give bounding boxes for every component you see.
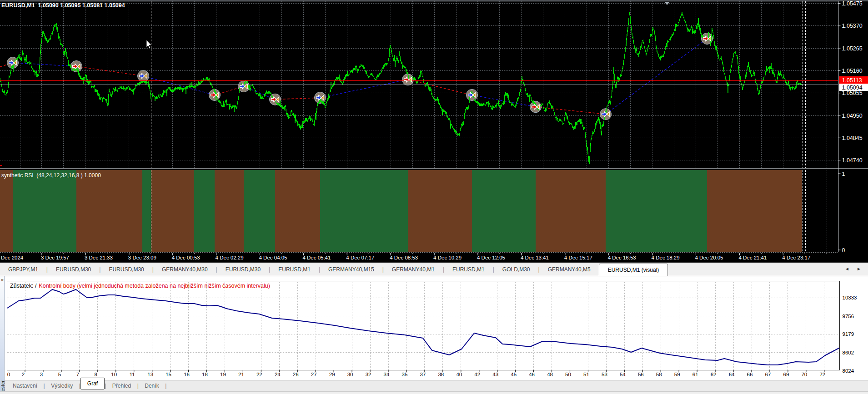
tester-tab-p-ehled[interactable]: Přehled: [106, 383, 137, 389]
tester-x-label: 24: [275, 372, 281, 377]
rsi-band-brown: [408, 170, 472, 252]
window-top-border: [0, 0, 868, 1]
indicator-scale-bottom: 0: [842, 247, 845, 254]
tester-x-label: 21: [238, 372, 244, 377]
bid-price-label: 1.05094: [842, 85, 863, 91]
chart-tab-germany40-m15[interactable]: GERMANY40,M15: [320, 266, 382, 273]
price-chart-window[interactable]: 1.054751.053701.052651.051601.050551.049…: [0, 0, 868, 262]
rsi-band-brown: [275, 170, 320, 252]
subwindow-separator-gap: [0, 169, 868, 170]
chart-tab-eurusd-m30[interactable]: EURUSD,M30: [217, 266, 269, 273]
rsi-band-green: [244, 170, 275, 252]
tester-x-label: 22: [256, 372, 262, 377]
tester-x-label: 64: [729, 372, 735, 377]
time-axis-label: 4 Dec 16:53: [608, 255, 636, 260]
chart-tab-eurusd-m1[interactable]: EURUSD,M1: [444, 266, 493, 273]
time-axis-label: 3 Dec 19:57: [41, 255, 69, 260]
time-axis-label: 4 Dec 13:41: [521, 255, 549, 260]
rsi-band-green: [472, 170, 536, 252]
rsi-band-brown: [707, 170, 802, 252]
time-axis-label: 4 Dec 12:05: [477, 255, 505, 260]
tester-x-label: 42: [474, 372, 480, 377]
balance-plot-box: [7, 281, 839, 370]
tester-x-label: 35: [402, 372, 408, 377]
price-scale-label: 1.05160: [842, 68, 863, 74]
status-strip: [0, 391, 868, 394]
tester-x-label: 0: [7, 372, 10, 377]
rsi-band-brown: [151, 170, 194, 252]
tester-x-labels: 0235781011131516181921222426272930323435…: [7, 372, 825, 377]
balance-graph-model-note: Kontrolní body (velmi jednoduchá metoda …: [39, 283, 270, 289]
time-axis-label: 4 Dec 07:17: [346, 255, 374, 260]
chart-tab-gbpjpy-m1[interactable]: GBPJPY,M1: [0, 266, 46, 273]
chart-tab-gold-m30[interactable]: GOLD,M30: [494, 266, 538, 273]
tester-x-label: 45: [511, 372, 517, 377]
price-scale-label: 1.05265: [842, 45, 863, 52]
tester-tab-v-sledky[interactable]: Výsledky: [45, 383, 79, 389]
tester-x-label: 7: [76, 372, 79, 377]
ask-price-label: 1.05113: [842, 77, 862, 84]
price-scale-area[interactable]: [838, 1, 868, 262]
subwindow-separator[interactable]: [0, 169, 868, 170]
time-axis-label: 4 Dec 05:41: [302, 255, 331, 260]
tester-tab-den-k[interactable]: Deník: [139, 383, 165, 389]
tester-y-label: 8602: [843, 350, 854, 355]
tester-y-labels: 103339756917986028024: [843, 295, 857, 374]
tester-x-label: 26: [293, 372, 299, 377]
tester-x-label: 72: [819, 372, 825, 377]
tester-tab-bar: Nastavení|Výsledky|Graf|Přehled|Deník|: [5, 380, 868, 391]
tester-tab-graf[interactable]: Graf: [80, 378, 105, 389]
time-axis-label: 4 Dec 18:29: [652, 255, 680, 260]
time-axis-label: 3 Dec 23:09: [128, 255, 156, 260]
time-axis-label: 4 Dec 15:17: [564, 255, 592, 260]
tester-x-label: 30: [347, 372, 353, 377]
chart-tab-bar: GBPJPY,M1|EURUSD,M30|EURUSD,M30|GERMANY4…: [0, 262, 868, 276]
tester-x-label: 61: [692, 372, 698, 377]
price-scale-label: 1.04740: [842, 157, 863, 164]
tester-x-label: 51: [583, 372, 589, 377]
chart-tab-germany40-m5[interactable]: GERMANY40,M5: [540, 266, 599, 273]
time-axis-label: 4 Dec 02:29: [216, 255, 244, 260]
tester-x-label: 67: [765, 372, 771, 377]
rsi-band-green: [13, 170, 76, 252]
tester-x-label: 19: [220, 372, 226, 377]
tester-x-label: 11: [130, 372, 135, 377]
chart-title: EURUSD,M1 1.05090 1.05095 1.05081 1.0509…: [1, 2, 125, 9]
time-axis-label: 4 Dec 20:05: [695, 255, 723, 260]
tester-x-label: 8: [95, 372, 97, 377]
tester-x-label: 62: [711, 372, 717, 377]
tester-x-label: 46: [529, 372, 535, 377]
tester-y-label: 9179: [843, 331, 854, 337]
tester-x-label: 13: [147, 372, 153, 377]
rsi-band-brown: [536, 170, 606, 252]
price-scale-label: 1.05475: [842, 0, 863, 7]
chart-tab-eurusd-m30[interactable]: EURUSD,M30: [100, 266, 152, 273]
tester-y-label: 8024: [843, 368, 854, 374]
chart-tab-eurusd-m1[interactable]: EURUSD,M1: [270, 266, 319, 273]
tester-y-label: 9756: [843, 314, 854, 319]
tester-x-label: 29: [329, 372, 335, 377]
tester-tab-nastaven-[interactable]: Nastavení: [7, 383, 44, 389]
tester-x-label: 27: [311, 372, 317, 377]
tester-x-label: 50: [565, 372, 571, 377]
rsi-band-green: [142, 170, 151, 252]
balance-graph: Zůstatek: /Kontrolní body (velmi jednodu…: [0, 276, 868, 394]
tester-x-label: 3: [40, 372, 43, 377]
price-scale-label: 1.05055: [842, 90, 863, 96]
indicator-scale-top: 1: [842, 171, 845, 177]
tester-x-label: 54: [620, 372, 626, 377]
tab-scroll-right-icon[interactable]: ►: [857, 266, 861, 272]
chart-tab-germany40-m30[interactable]: GERMANY40,M30: [154, 266, 216, 273]
tab-separator: |: [165, 383, 166, 389]
chart-tab-eurusd-m30[interactable]: EURUSD,M30: [48, 266, 99, 273]
chart-tab-eurusd-m1-visual-[interactable]: EURUSD,M1 (visual): [599, 264, 668, 276]
tester-x-label: 40: [456, 372, 462, 377]
tab-scroll-left-icon[interactable]: ◄: [845, 266, 849, 272]
price-scale-label: 1.04950: [842, 113, 863, 119]
time-axis-label: 4 Dec 04:05: [259, 255, 287, 260]
rsi-band-green: [320, 170, 408, 252]
tester-x-label: 56: [638, 372, 644, 377]
tester-x-label: 15: [166, 372, 171, 377]
chart-tab-germany40-m1[interactable]: GERMANY40,M1: [384, 266, 443, 273]
tester-x-label: 48: [547, 372, 553, 377]
